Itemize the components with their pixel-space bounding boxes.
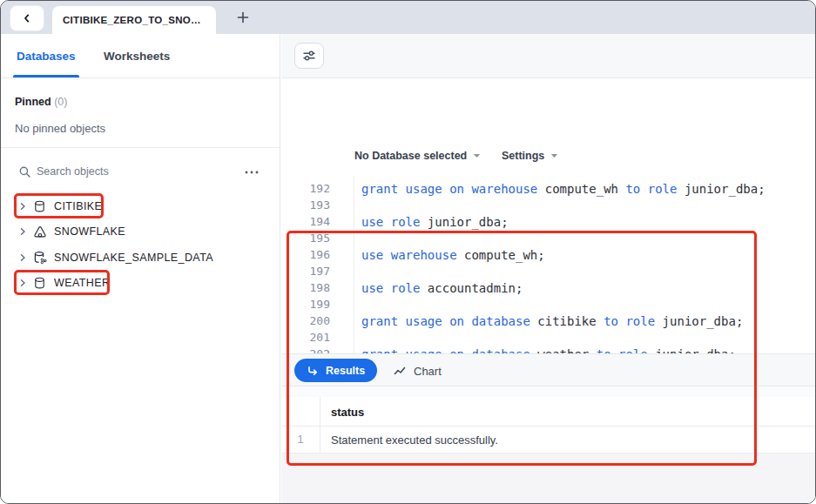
caret-down-icon — [550, 153, 558, 158]
line-number: 199 — [281, 298, 330, 311]
status-column-header[interactable]: status — [331, 397, 364, 427]
code-text: use role accountadmin; — [361, 281, 523, 295]
line-number: 191 — [281, 176, 330, 178]
code-line-198: 198use role accountadmin; — [281, 279, 815, 296]
object-label: WEATHER — [54, 277, 110, 289]
search-objects-input[interactable]: Search objects — [1, 159, 280, 185]
sidebar-divider — [1, 147, 280, 148]
new-worksheet-button[interactable] — [234, 9, 252, 26]
chevron-left-icon — [22, 13, 32, 24]
pinned-empty-text: No pinned objects — [15, 122, 105, 135]
app-icon — [33, 225, 47, 239]
results-spacer — [281, 386, 815, 397]
results-arrow-icon — [307, 365, 319, 377]
line-number: 197 — [281, 265, 330, 278]
tab-results[interactable]: Results — [294, 359, 377, 382]
code-line-192: 192grant usage on warehouse compute_wh t… — [281, 180, 815, 197]
sidebar: Databases Worksheets Pinned (0) No pinne… — [1, 34, 280, 503]
more-options-button[interactable] — [244, 166, 260, 178]
code-text: grant usage on warehouse compute_wh to r… — [361, 182, 765, 196]
worksheet-tab-title: CITIBIKE_ZERO_TO_SNOW... — [63, 15, 206, 25]
code-text: use warehouse compute_wh; — [361, 248, 545, 262]
back-button[interactable] — [10, 5, 44, 31]
chevron-right-icon[interactable] — [18, 227, 27, 236]
code-line-196: 196use warehouse compute_wh; — [281, 246, 815, 263]
snowsight-window: CITIBIKE_ZERO_TO_SNOW... Databases Works… — [0, 0, 816, 504]
line-number: 193 — [281, 198, 330, 212]
worksheet-panel: No Database selected Settings 191192gran… — [281, 78, 815, 353]
line-number: 196 — [281, 248, 330, 261]
database-object-list: CITIBIKE SNOWFLAKE SNOWFLAKE_SAMPLE_DATA… — [1, 193, 280, 296]
caret-down-icon — [473, 153, 481, 158]
tab-databases[interactable]: Databases — [17, 34, 76, 78]
line-number: 198 — [281, 281, 330, 294]
settings-dropdown[interactable]: Settings — [502, 143, 558, 169]
object-label: SNOWFLAKE — [54, 225, 125, 238]
chevron-right-icon[interactable] — [18, 202, 27, 211]
search-icon — [18, 165, 31, 178]
pinned-count: (0) — [54, 96, 67, 108]
tab-chart[interactable]: Chart — [393, 354, 442, 387]
code-line-201: 201 — [281, 329, 815, 346]
worksheet-toolbar — [281, 34, 815, 78]
code-line-195: 195 — [281, 230, 815, 246]
sidebar-item-weather[interactable]: WEATHER — [1, 271, 280, 297]
code-text: grant usage on database citibike to role… — [361, 314, 743, 328]
code-line-200: 200grant usage on database citibike to r… — [281, 312, 815, 329]
line-number: 200 — [281, 314, 330, 327]
code-line-199: 199 — [281, 296, 815, 312]
object-label: SNOWFLAKE_SAMPLE_DATA — [54, 252, 213, 264]
chevron-right-icon[interactable] — [18, 253, 27, 262]
line-number: 201 — [281, 331, 330, 344]
display-options-button[interactable] — [294, 43, 324, 69]
status-cell: Statement executed successfully. — [331, 427, 498, 454]
chevron-right-icon[interactable] — [18, 279, 27, 287]
line-number: 194 — [281, 215, 330, 228]
line-number: 195 — [281, 232, 330, 245]
sidebar-tabs: Databases Worksheets — [1, 34, 280, 78]
results-table-row[interactable]: 1 Statement executed successfully. — [281, 427, 815, 454]
sidebar-item-snowflake_sample_data[interactable]: SNOWFLAKE_SAMPLE_DATA — [1, 245, 280, 271]
results-tab-bar: Results Chart — [281, 353, 815, 386]
worksheet-tab[interactable]: CITIBIKE_ZERO_TO_SNOW... — [52, 6, 216, 34]
database-selector[interactable]: No Database selected — [354, 143, 481, 169]
code-text: use role junior_dba; — [361, 215, 509, 229]
sidebar-item-snowflake[interactable]: SNOWFLAKE — [1, 219, 280, 245]
line-number: 192 — [281, 182, 330, 195]
database-share-icon — [33, 251, 47, 265]
pinned-section-label: Pinned (0) — [15, 96, 67, 108]
code-line-193: 193 — [281, 197, 815, 213]
search-placeholder: Search objects — [37, 165, 109, 178]
results-table-header: status — [281, 397, 815, 427]
chart-line-icon — [393, 364, 407, 378]
code-line-197: 197 — [281, 263, 815, 279]
context-bar: No Database selected Settings — [281, 143, 815, 169]
database-icon — [33, 276, 47, 290]
sidebar-item-citibike[interactable]: CITIBIKE — [1, 193, 280, 219]
row-number-column-header — [281, 397, 320, 426]
active-tab-underline — [13, 75, 79, 77]
row-index: 1 — [298, 433, 304, 446]
main-area: No Database selected Settings 191192gran… — [281, 34, 815, 503]
worksheet-tab-strip: CITIBIKE_ZERO_TO_SNOW... — [1, 1, 815, 34]
results-footer-area — [281, 454, 815, 503]
database-icon — [33, 199, 47, 213]
code-line-194: 194use role junior_dba; — [281, 213, 815, 230]
tab-worksheets[interactable]: Worksheets — [104, 34, 170, 78]
sliders-icon — [301, 48, 317, 64]
plus-icon — [236, 10, 250, 24]
object-label: CITIBIKE — [54, 200, 102, 212]
